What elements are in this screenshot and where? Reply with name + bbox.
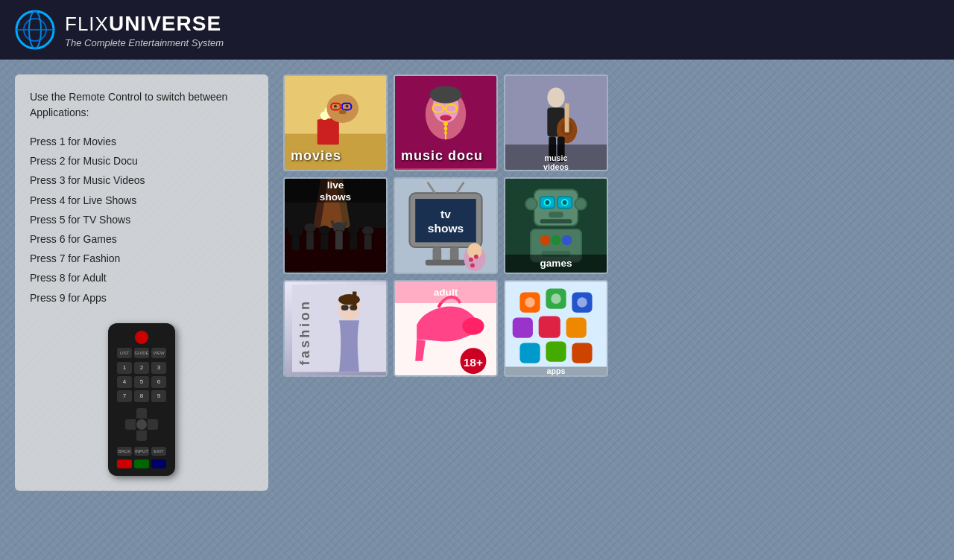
svg-text:adult: adult xyxy=(434,287,458,298)
remote-btn-8: 8 xyxy=(134,390,149,402)
press-item-5: Press 5 for TV Shows xyxy=(30,211,253,229)
logo-area: FLIXUNIVERSE The Complete Entertainment … xyxy=(15,10,224,51)
svg-point-92 xyxy=(525,198,537,210)
svg-rect-121 xyxy=(566,317,587,337)
svg-point-19 xyxy=(334,105,337,108)
remote-btn-1: 1 xyxy=(117,362,132,374)
remote-btn-7: 7 xyxy=(117,390,132,402)
svg-rect-124 xyxy=(572,343,592,363)
tile-apps[interactable]: apps xyxy=(504,280,608,377)
remote-power-btn xyxy=(135,331,148,344)
tile-music-videos[interactable]: music videos xyxy=(504,74,608,171)
svg-rect-122 xyxy=(519,343,540,363)
svg-point-95 xyxy=(540,235,551,246)
remote-tbt-btn xyxy=(117,459,132,468)
press-item-7: Press 7 for Fashion xyxy=(30,249,253,268)
svg-point-24 xyxy=(430,86,462,103)
logo-subtitle: The Complete Entertainment System xyxy=(65,37,224,48)
svg-text:fashion: fashion xyxy=(297,299,312,365)
remote-extra-btns: BACK INPUT EXIT xyxy=(117,447,166,456)
svg-point-32 xyxy=(444,132,447,135)
logo-title: FLIXUNIVERSE xyxy=(65,12,224,36)
press-item-4: Press 4 for Live Shows xyxy=(30,191,253,210)
apps-scene: apps xyxy=(505,281,607,375)
dpad-right xyxy=(148,419,158,430)
adult-illustration: 18+ adult xyxy=(395,280,496,377)
remote-input-btn: INPUT xyxy=(134,447,149,456)
music-docu-label: music docu xyxy=(401,148,483,164)
press-item-2: Press 2 for Music Docu xyxy=(30,152,253,171)
svg-point-106 xyxy=(338,294,360,305)
svg-point-52 xyxy=(319,226,331,235)
svg-rect-57 xyxy=(350,234,357,249)
svg-point-58 xyxy=(362,226,374,235)
tile-games[interactable]: games xyxy=(504,177,608,274)
svg-text:tv: tv xyxy=(440,208,451,220)
movies-scene: movies xyxy=(285,76,386,170)
svg-rect-73 xyxy=(450,247,459,261)
tv-shows-scene: tv shows xyxy=(395,179,496,273)
remote-exit-btn: EXIT xyxy=(151,447,166,456)
grid-row-3: fashion xyxy=(283,280,939,377)
press-item-1: Press 1 for Movies xyxy=(30,133,253,151)
press-item-9: Press 9 for Apps xyxy=(30,289,253,308)
press-item-8: Press 8 for Adult xyxy=(30,269,253,287)
left-panel: Use the Remote Control to switch between… xyxy=(15,74,268,491)
remote-btn-3: 3 xyxy=(151,362,166,374)
svg-point-20 xyxy=(346,105,349,108)
remote-back-btn: BACK xyxy=(117,447,132,456)
adult-scene: 18+ adult xyxy=(395,281,496,375)
tile-tv-shows[interactable]: tv shows xyxy=(394,177,498,274)
svg-rect-107 xyxy=(353,292,356,309)
svg-rect-119 xyxy=(513,317,533,337)
svg-rect-53 xyxy=(321,235,329,249)
svg-rect-38 xyxy=(565,104,569,133)
svg-point-97 xyxy=(562,235,572,246)
svg-text:games: games xyxy=(540,258,572,269)
svg-point-80 xyxy=(474,255,478,259)
svg-point-93 xyxy=(575,198,587,210)
svg-rect-6 xyxy=(318,119,339,144)
logo-text-area: FLIXUNIVERSE The Complete Entertainment … xyxy=(65,12,224,48)
remote-btn-6: 6 xyxy=(151,376,166,388)
svg-rect-123 xyxy=(546,341,566,361)
svg-point-56 xyxy=(348,225,360,234)
live-shows-illustration: live shows xyxy=(285,177,386,273)
press-item-3: Press 3 for Music Videos xyxy=(30,171,253,190)
remote-guide-btn: GUIDE xyxy=(134,348,149,358)
svg-point-30 xyxy=(443,121,448,126)
dpad-down xyxy=(136,430,147,441)
dpad-left xyxy=(125,419,136,430)
remote-btn-9: 9 xyxy=(151,390,166,402)
remote-view-btn: VIEW xyxy=(151,348,166,358)
instruction-text: Use the Remote Control to switch between… xyxy=(30,89,253,121)
fashion-scene: fashion xyxy=(285,281,386,375)
tile-adult[interactable]: 18+ adult xyxy=(394,280,498,377)
svg-point-126 xyxy=(551,293,561,304)
tile-fashion[interactable]: fashion xyxy=(283,280,388,377)
music-videos-scene: music videos xyxy=(505,76,607,170)
svg-point-89 xyxy=(563,200,567,205)
remote-topt-btn xyxy=(134,459,149,468)
svg-text:music: music xyxy=(545,153,568,162)
tile-live-shows[interactable]: live shows xyxy=(283,177,388,274)
svg-text:shows: shows xyxy=(428,222,464,235)
svg-rect-91 xyxy=(540,219,572,223)
tile-music-docu[interactable]: music docu xyxy=(394,74,498,171)
svg-rect-72 xyxy=(433,247,442,261)
svg-point-88 xyxy=(545,200,549,205)
svg-point-125 xyxy=(525,297,535,308)
svg-rect-59 xyxy=(364,235,372,249)
tile-movies[interactable]: movies xyxy=(283,74,388,171)
main-content: Use the Remote Control to switch between… xyxy=(0,60,954,506)
remote-btn-2: 2 xyxy=(134,362,149,374)
svg-point-50 xyxy=(304,223,316,232)
svg-text:videos: videos xyxy=(543,162,569,171)
fashion-illustration: fashion xyxy=(292,280,386,377)
logo-icon xyxy=(15,10,56,51)
svg-point-96 xyxy=(551,235,561,246)
remote-list-btn: LIST xyxy=(117,348,132,358)
svg-point-28 xyxy=(440,115,452,121)
svg-rect-103 xyxy=(341,305,349,311)
svg-point-31 xyxy=(444,127,448,130)
